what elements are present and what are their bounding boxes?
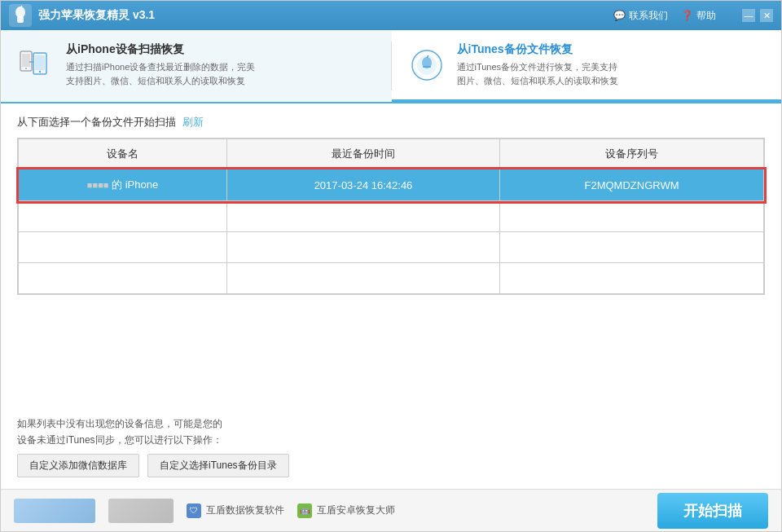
- window-controls: — ✕: [742, 9, 773, 22]
- help-label: 帮助: [696, 9, 716, 23]
- tab-iphone-text: 从iPhone设备扫描恢复 通过扫描iPhone设备查找最近删除的数据，完美支持…: [66, 42, 255, 87]
- footer: 🛡 互盾数据恢复软件 🤖 互盾安卓恢复大师 开始扫描: [1, 489, 781, 531]
- select-itunes-dir-button[interactable]: 自定义选择iTunes备份目录: [147, 454, 289, 477]
- device-table: 设备名 最近备份时间 设备序列号 ■■■■ 的 iPhone 2017-03-2…: [18, 138, 764, 294]
- shield-label: 互盾数据恢复软件: [206, 503, 284, 517]
- footer-logos: 🛡 互盾数据恢复软件 🤖 互盾安卓恢复大师: [14, 499, 657, 523]
- svg-point-1: [15, 7, 25, 18]
- shield-icon: 🛡: [187, 503, 201, 518]
- help-button[interactable]: ❓ 帮助: [681, 9, 716, 23]
- tab-itunes-title: 从iTunes备份文件恢复: [457, 42, 618, 57]
- section-title: 从下面选择一个备份文件开始扫描: [17, 115, 176, 130]
- footer-logo-android: 🤖 互盾安卓恢复大师: [297, 503, 395, 518]
- bottom-buttons: 自定义添加微信数据库 自定义选择iTunes备份目录: [17, 454, 765, 477]
- backup-time-cell-4: [226, 263, 499, 294]
- table-row[interactable]: ■■■■ 的 iPhone 2017-03-24 16:42:46 F2MQMD…: [19, 169, 764, 201]
- android-icon: 🤖: [297, 503, 312, 518]
- footer-logo-2: [108, 499, 174, 523]
- start-scan-button[interactable]: 开始扫描: [657, 493, 768, 529]
- app-title: 强力苹果恢复精灵 v3.1: [38, 8, 613, 23]
- logo-image-2: [108, 499, 174, 523]
- svg-point-6: [25, 68, 27, 69]
- android-label: 互盾安卓恢复大师: [317, 503, 395, 517]
- backup-time-cell-3: [226, 232, 499, 263]
- logo-image-1: [14, 499, 95, 523]
- iphone-icon: [17, 46, 55, 84]
- main-window: 强力苹果恢复精灵 v3.1 💬 联系我们 ❓ 帮助 — ✕: [0, 0, 782, 532]
- serial-cell: F2MQMDZNGRWM: [500, 169, 764, 201]
- backup-time-cell-2: [226, 201, 499, 232]
- table-row[interactable]: [19, 232, 764, 263]
- device-name-cell-2: [19, 201, 227, 232]
- table-row[interactable]: [19, 201, 764, 232]
- minimize-button[interactable]: —: [742, 9, 755, 22]
- close-button[interactable]: ✕: [760, 9, 773, 22]
- tab-iphone-scan[interactable]: 从iPhone设备扫描恢复 通过扫描iPhone设备查找最近删除的数据，完美支持…: [1, 30, 391, 102]
- bottom-info-line1: 如果列表中没有出现您的设备信息，可能是您的: [17, 417, 765, 431]
- app-logo: [9, 4, 32, 27]
- svg-rect-8: [35, 55, 45, 70]
- tab-iphone-desc: 通过扫描iPhone设备查找最近删除的数据，完美支持图片、微信、短信和联系人的读…: [66, 60, 255, 87]
- bottom-info: 如果列表中没有出现您的设备信息，可能是您的 设备未通过iTunes同步，您可以进…: [17, 411, 765, 477]
- col-time: 最近备份时间: [226, 139, 499, 169]
- svg-point-9: [39, 70, 41, 72]
- tab-header: 从iPhone设备扫描恢复 通过扫描iPhone设备查找最近删除的数据，完美支持…: [1, 30, 781, 103]
- bottom-info-line2: 设备未通过iTunes同步，您可以进行以下操作：: [17, 433, 765, 447]
- serial-cell-2: [500, 201, 764, 232]
- serial-cell-3: [500, 232, 764, 263]
- message-icon: 💬: [613, 10, 626, 21]
- serial-cell-4: [500, 263, 764, 294]
- tab-itunes-text: 从iTunes备份文件恢复 通过iTunes备份文件进行恢复，完美支持图片、微信…: [457, 42, 618, 87]
- svg-rect-2: [17, 16, 24, 23]
- table-row[interactable]: [19, 263, 764, 294]
- tab-itunes-desc: 通过iTunes备份文件进行恢复，完美支持图片、微信、短信和联系人的读取和恢复: [457, 60, 618, 87]
- col-device: 设备名: [19, 139, 227, 169]
- backup-time-cell: 2017-03-24 16:42:46: [226, 169, 499, 201]
- tab-iphone-title: 从iPhone设备扫描恢复: [66, 42, 255, 57]
- device-name-cell-3: [19, 232, 227, 263]
- section-header: 从下面选择一个备份文件开始扫描 刷新: [17, 115, 765, 130]
- svg-rect-5: [22, 54, 30, 67]
- footer-logo-1: [14, 499, 95, 523]
- col-serial: 设备序列号: [500, 139, 764, 169]
- contact-button[interactable]: 💬 联系我们: [613, 9, 668, 23]
- footer-logo-shield: 🛡 互盾数据恢复软件: [187, 503, 284, 518]
- device-name-cell: ■■■■ 的 iPhone: [19, 169, 227, 201]
- titlebar: 强力苹果恢复精灵 v3.1 💬 联系我们 ❓ 帮助 — ✕: [1, 1, 781, 30]
- help-icon: ❓: [681, 10, 693, 21]
- add-wechat-db-button[interactable]: 自定义添加微信数据库: [17, 454, 139, 477]
- titlebar-actions: 💬 联系我们 ❓ 帮助 — ✕: [613, 9, 773, 23]
- device-name-cell-4: [19, 263, 227, 294]
- itunes-icon: [408, 46, 446, 84]
- contact-label: 联系我们: [629, 9, 668, 23]
- device-table-container: 设备名 最近备份时间 设备序列号 ■■■■ 的 iPhone 2017-03-2…: [17, 138, 765, 295]
- tab-itunes-restore[interactable]: 从iTunes备份文件恢复 通过iTunes备份文件进行恢复，完美支持图片、微信…: [392, 30, 782, 102]
- refresh-button[interactable]: 刷新: [182, 115, 204, 130]
- table-header-row: 设备名 最近备份时间 设备序列号: [19, 139, 764, 169]
- main-content: 从下面选择一个备份文件开始扫描 刷新 设备名 最近备份时间 设备序列号 ■■■■…: [1, 103, 781, 489]
- svg-rect-14: [423, 66, 431, 68]
